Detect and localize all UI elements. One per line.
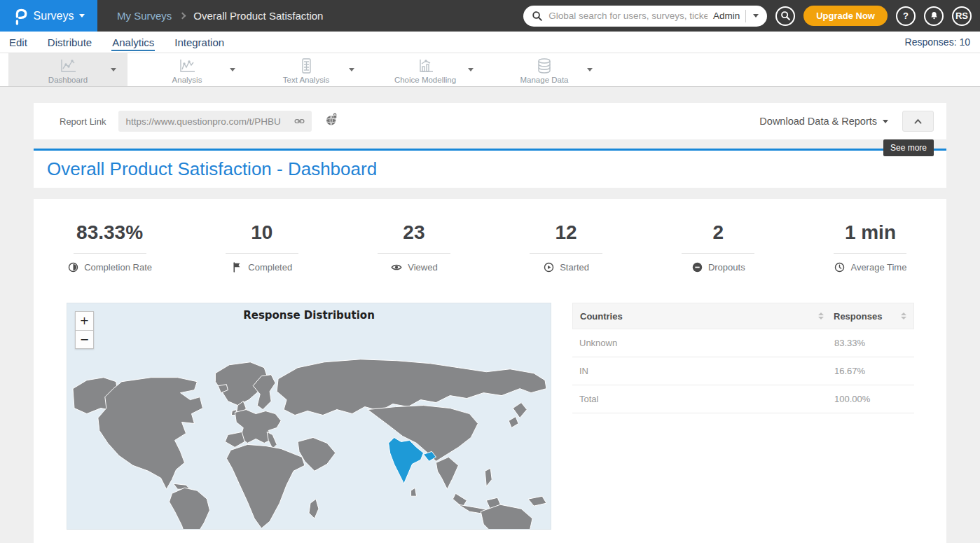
questionpro-logo-icon [13, 7, 28, 25]
world-map[interactable] [67, 303, 551, 530]
tab-distribute[interactable]: Distribute [47, 34, 92, 51]
zoom-in-button[interactable]: + [75, 311, 94, 330]
divider [378, 253, 450, 254]
column-responses: Responses [834, 311, 882, 322]
report-link-field[interactable] [118, 111, 312, 132]
play-circle-icon [543, 261, 555, 273]
brand-label: Surveys [34, 10, 74, 22]
stat-label: Viewed [408, 262, 437, 273]
divider [74, 253, 146, 254]
divider [226, 253, 298, 254]
stat-dropouts: 2 Dropouts [642, 221, 794, 273]
map-zoom-controls: + − [75, 311, 94, 349]
help-button[interactable]: ? [896, 6, 916, 26]
stat-label: Dropouts [708, 262, 745, 273]
chevron-down-icon[interactable] [349, 68, 354, 71]
tab-analytics[interactable]: Analytics [111, 34, 155, 51]
title-band: Overall Product Satisfaction - Dashboard [34, 149, 946, 188]
divider [834, 253, 906, 254]
globe-lock-icon [324, 113, 339, 127]
clock-icon [834, 261, 846, 273]
divider [745, 10, 746, 22]
chevron-down-icon [79, 14, 85, 18]
sort-responses-icon[interactable] [901, 312, 906, 319]
stat-value: 23 [338, 221, 490, 244]
stat-completed: 10 Completed [186, 221, 338, 273]
table-row: Unknown 83.33% [572, 329, 914, 357]
page-title: Overall Product Satisfaction - Dashboard [47, 158, 377, 180]
topbar-actions: Admin Upgrade Now ? RS [523, 6, 980, 27]
link-icon [293, 116, 306, 127]
responses-count: Responses: 10 [905, 36, 970, 48]
toolbar-text-analysis[interactable]: Text Analysis [247, 53, 366, 86]
divider [530, 253, 602, 254]
nav-items: Edit Distribute Analytics Integration [8, 34, 225, 51]
stat-label: Started [560, 262, 589, 273]
toolbar-item-label: Dashboard [48, 76, 88, 84]
breadcrumb-current: Overall Product Satisfaction [193, 10, 323, 22]
chevron-right-icon [179, 13, 186, 20]
search-scope-label: Admin [713, 11, 740, 21]
chevron-down-icon[interactable] [468, 68, 474, 71]
sort-countries-icon[interactable] [818, 312, 824, 319]
stat-viewed: 23 Viewed [338, 221, 490, 273]
question-mark-icon: ? [903, 11, 909, 21]
document-grid-icon [297, 57, 315, 74]
tab-integration[interactable]: Integration [174, 34, 225, 51]
breadcrumb-my-surveys[interactable]: My Surveys [117, 10, 172, 22]
zoom-out-button[interactable]: − [75, 330, 94, 349]
map-title: Response Distribution [67, 309, 551, 322]
chevron-down-icon[interactable] [230, 68, 235, 71]
toolbar-item-label: Text Analysis [283, 76, 329, 84]
search-button[interactable] [775, 6, 795, 26]
global-search[interactable]: Admin [523, 6, 767, 27]
table-header: Countries Responses [572, 303, 914, 329]
response-distribution-map[interactable]: Response Distribution + − [67, 303, 551, 530]
search-input[interactable] [548, 11, 708, 21]
table-row: Total 100.00% [572, 385, 914, 413]
database-icon [535, 57, 553, 74]
column-countries: Countries [580, 311, 623, 322]
stat-value: 83.33% [34, 221, 186, 244]
toolbar-choice-modelling[interactable]: Choice Modelling [366, 53, 485, 86]
stat-average-time: 1 min Average Time [794, 221, 946, 273]
toolbar-manage-data[interactable]: Manage Data [485, 53, 604, 86]
download-data-reports-dropdown[interactable]: Download Data & Reports [759, 116, 888, 127]
flag-icon [231, 261, 243, 273]
report-link-bar: Report Link Download Data & Reports [34, 103, 946, 139]
surveys-app-switcher[interactable]: Surveys [0, 0, 97, 32]
chevron-down-icon[interactable] [587, 68, 593, 71]
public-report-button[interactable] [324, 113, 339, 130]
see-more-button[interactable] [902, 111, 934, 132]
notifications-button[interactable] [924, 6, 944, 26]
toolbar-dashboard[interactable]: Dashboard [8, 53, 127, 86]
toolbar-item-label: Choice Modelling [394, 76, 456, 84]
country-name: IN [579, 366, 834, 376]
stat-completion-rate: 83.33% Completion Rate [34, 221, 186, 273]
half-circle-icon [67, 261, 79, 273]
upgrade-now-button[interactable]: Upgrade Now [803, 6, 888, 26]
chevron-down-icon[interactable] [111, 68, 116, 71]
avatar[interactable]: RS [952, 6, 972, 26]
report-url-input[interactable] [125, 116, 293, 127]
minus-circle-icon [691, 261, 703, 273]
top-bar: Surveys My Surveys Overall Product Satis… [0, 0, 980, 32]
toolbar-analysis[interactable]: Analysis [127, 53, 247, 86]
line-chart-icon [59, 57, 77, 74]
report-actions: Download Data & Reports [759, 111, 934, 132]
breadcrumb: My Surveys Overall Product Satisfaction [117, 10, 323, 22]
download-label: Download Data & Reports [759, 116, 877, 127]
country-responses: 100.00% [834, 394, 907, 404]
search-scope-dropdown[interactable] [753, 14, 759, 18]
tab-edit[interactable]: Edit [8, 34, 28, 51]
stat-label: Average Time [850, 262, 906, 273]
divider [682, 253, 754, 254]
country-responses: 83.33% [834, 338, 907, 348]
dashboard-card: 83.33% Completion Rate 10 Completed [34, 199, 946, 543]
stat-value: 12 [490, 221, 642, 244]
country-responses: 16.67% [834, 366, 907, 376]
stat-started: 12 Started [490, 221, 642, 273]
country-name: Total [579, 394, 834, 404]
chevron-up-icon [913, 118, 923, 125]
avatar-initials: RS [955, 11, 968, 21]
